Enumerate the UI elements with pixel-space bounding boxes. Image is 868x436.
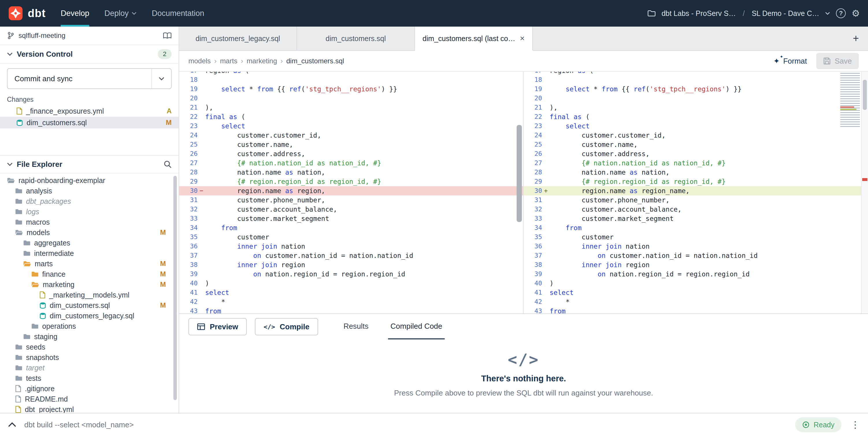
tree-item[interactable]: logs (0, 206, 179, 217)
project-name[interactable]: SL Demo - Dave C… (751, 9, 819, 18)
diff-marker (542, 177, 550, 186)
line-number: 33 (524, 214, 542, 223)
tree-item[interactable]: operations (0, 321, 179, 331)
overview-ruler[interactable] (861, 72, 868, 313)
nav-item-documentation[interactable]: Documentation (152, 0, 204, 27)
changed-file-row[interactable]: _finance_exposures.ymlA (0, 105, 179, 117)
diff-pane-modified[interactable]: 17region as (1819 select * from {{ ref('… (524, 72, 868, 313)
git-branch-selector[interactable]: sqlfluff-meeting (0, 27, 179, 45)
tree-item[interactable]: seeds (0, 342, 179, 352)
tree-item[interactable]: macros (0, 217, 179, 227)
dbt-logo[interactable]: dbt (8, 0, 45, 27)
code-line: 37 on customer.nation_id = nation.nation… (179, 251, 523, 260)
changed-file-row[interactable]: dim_customers.sqlM (0, 117, 179, 128)
editor-tab[interactable]: dim_customers_legacy.sql (179, 27, 297, 50)
code-line: 35 customer (179, 232, 523, 242)
middle-row: sqlfluff-meeting Version Control 2 Commi… (0, 27, 868, 413)
code-text: select (205, 121, 245, 131)
diff-pane-original[interactable]: 17region as (1819 select * from {{ ref('… (179, 72, 524, 313)
gear-icon[interactable]: ⚙ (851, 9, 860, 18)
tree-item-label: dim_customers_legacy.sql (50, 312, 134, 320)
commit-area: Commit and sync (0, 64, 179, 94)
tree-item-label: seeds (26, 343, 45, 351)
code-text: customer (550, 232, 614, 242)
preview-button[interactable]: Preview (188, 318, 247, 336)
code-line: 33 customer.market_segment (524, 214, 868, 223)
version-control-header[interactable]: Version Control 2 (0, 45, 179, 64)
tree-item[interactable]: .gitignore (0, 383, 179, 394)
tree-item[interactable]: modelsM (0, 227, 179, 238)
close-icon[interactable]: × (520, 34, 524, 43)
tree-item[interactable]: financeM (0, 269, 179, 279)
tree-item[interactable]: _marketing__models.yml (0, 290, 179, 300)
chevron-up-icon[interactable] (8, 422, 16, 427)
code-line: 20 (524, 94, 868, 103)
code-line: 34 from (524, 223, 868, 232)
minimap[interactable] (840, 73, 860, 128)
save-label: Save (835, 57, 852, 66)
tree-item[interactable]: dim_customers.sqlM (0, 300, 179, 311)
code-text: ) (550, 279, 554, 288)
tree-item[interactable]: rapid-onboarding-exemplar (0, 175, 179, 185)
command-input[interactable]: dbt build --select <model_name> (24, 420, 134, 429)
folder-grey-icon (23, 333, 31, 340)
save-button[interactable]: Save (816, 53, 859, 69)
breadcrumb-item[interactable]: marts (220, 57, 237, 65)
breadcrumb-item[interactable]: dim_customers.sql (286, 57, 344, 65)
diff-marker (198, 205, 205, 214)
diff-marker (198, 168, 205, 177)
code-line: 40) (179, 279, 523, 288)
code-text: select (550, 288, 574, 297)
folder-grey-icon (15, 344, 23, 350)
chevron-down-icon[interactable] (825, 11, 830, 15)
diff-editor: 17region as (1819 select * from {{ ref('… (179, 72, 868, 313)
nav-item-deploy[interactable]: Deploy (104, 0, 137, 27)
commit-options-chevron[interactable] (151, 69, 171, 88)
file-explorer-title: File Explorer (17, 160, 62, 169)
tree-item[interactable]: dbt_project.yml (0, 404, 179, 413)
sidebar-scrollbar[interactable] (174, 176, 177, 400)
diff-marker (542, 75, 550, 84)
code-line: 21), (524, 103, 868, 112)
commit-and-sync-button[interactable]: Commit and sync (7, 68, 172, 89)
help-icon[interactable]: ? (836, 8, 846, 18)
breadcrumb-item[interactable]: models (188, 57, 211, 65)
tree-item[interactable]: dbt_packages (0, 196, 179, 206)
file-explorer-header[interactable]: File Explorer (0, 155, 179, 173)
tab-label: dim_customers_legacy.sql (196, 34, 280, 43)
docs-book-icon[interactable] (163, 32, 172, 39)
code-line: 30+ region.name as region_name, (524, 186, 868, 196)
diff-marker (542, 94, 550, 103)
tree-item[interactable]: analysis (0, 185, 179, 196)
left-pane-scrollbar[interactable] (517, 125, 522, 222)
search-icon[interactable] (163, 160, 172, 168)
new-tab-button[interactable]: + (844, 27, 868, 50)
panel-tab-results[interactable]: Results (341, 314, 371, 340)
editor-tab[interactable]: dim_customers.sql (last co…× (415, 27, 533, 50)
minimap-addition-mark (840, 109, 857, 110)
tree-item[interactable]: tests (0, 373, 179, 383)
tree-item[interactable]: target (0, 362, 179, 373)
line-number: 21 (179, 103, 198, 112)
nav-item-develop[interactable]: Develop (61, 0, 89, 27)
account-name[interactable]: dbt Labs - ProServ S… (661, 9, 736, 18)
scrollbar-thumb[interactable] (863, 80, 867, 110)
kebab-menu-icon[interactable]: ⋮ (851, 419, 860, 430)
topbar-right: dbt Labs - ProServ S… / SL Demo - Dave C… (648, 0, 860, 27)
tree-item[interactable]: dim_customers_legacy.sql (0, 311, 179, 321)
panel-tab-label: Results (344, 322, 369, 331)
line-number: 30 (524, 186, 542, 196)
tree-item[interactable]: aggregates (0, 238, 179, 248)
tree-item[interactable]: intermediate (0, 248, 179, 259)
tree-item[interactable]: README.md (0, 394, 179, 404)
editor-tab[interactable]: dim_customers.sql (297, 27, 415, 50)
tree-item[interactable]: snapshots (0, 352, 179, 362)
compile-button[interactable]: </> Compile (255, 318, 318, 336)
format-button[interactable]: ✦✦ Format (774, 57, 807, 66)
tree-item[interactable]: staging (0, 331, 179, 342)
tree-item[interactable]: martsM (0, 259, 179, 269)
tree-item[interactable]: marketingM (0, 279, 179, 290)
compiled-code-empty-state: </> There's nothing here. Press Compile … (179, 340, 868, 413)
breadcrumb-item[interactable]: marketing (246, 57, 277, 65)
panel-tab-compiled-code[interactable]: Compiled Code (388, 314, 444, 340)
